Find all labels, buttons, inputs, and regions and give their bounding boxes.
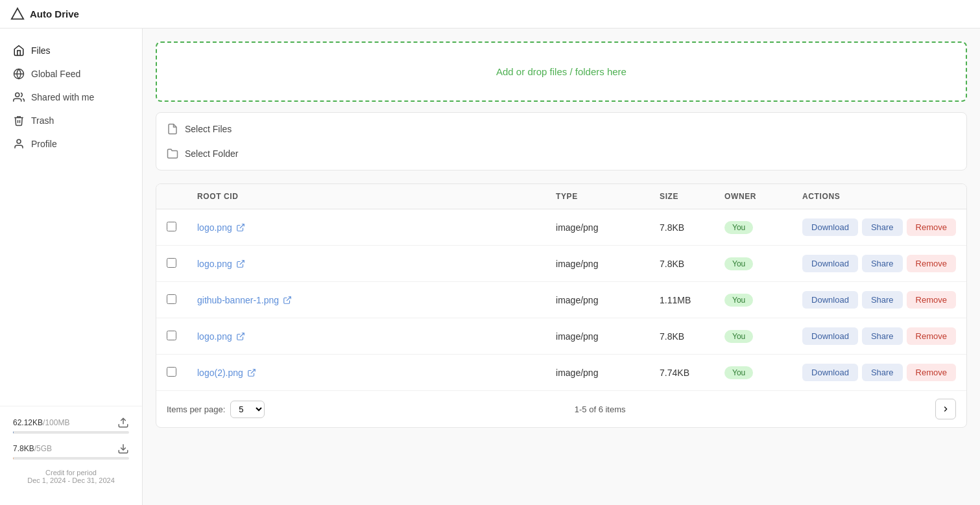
select-files-button[interactable]: Select Files xyxy=(167,118,956,140)
row-size-cell: 7.8KB xyxy=(649,209,714,246)
items-per-page-select[interactable]: 5 10 20 50 xyxy=(230,401,265,418)
auto-drive-logo-icon xyxy=(10,7,25,21)
share-button-3[interactable]: Share xyxy=(862,327,903,345)
bandwidth-storage-progress xyxy=(13,457,129,460)
svg-line-9 xyxy=(287,296,291,300)
file-type-3: image/png xyxy=(556,331,598,342)
download-button-3[interactable]: Download xyxy=(802,327,858,345)
file-type-0: image/png xyxy=(556,222,598,233)
row-checkbox-cell xyxy=(156,318,187,355)
sidebar-item-trash-label: Trash xyxy=(31,115,54,126)
sidebar-item-global-feed[interactable]: Global Feed xyxy=(0,62,142,86)
file-name-1: logo.png xyxy=(197,259,232,269)
row-owner-cell: You xyxy=(714,209,792,246)
external-link-icon xyxy=(236,332,245,341)
file-name-2: github-banner-1.png xyxy=(197,295,279,305)
remove-button-2[interactable]: Remove xyxy=(907,291,956,309)
row-actions-cell: Download Share Remove xyxy=(792,318,966,355)
table-row: logo(2).png image/png 7.74KB You xyxy=(156,355,966,391)
file-link-3[interactable]: logo.png xyxy=(197,331,245,342)
row-checkbox-cell xyxy=(156,209,187,246)
select-files-label: Select Files xyxy=(185,124,232,134)
credit-period: Credit for period Dec 1, 2024 - Dec 31, … xyxy=(13,469,129,484)
svg-line-11 xyxy=(251,369,255,373)
svg-line-7 xyxy=(240,224,244,228)
actions-group-1: Download Share Remove xyxy=(802,255,956,272)
sidebar-item-profile[interactable]: Profile xyxy=(0,132,142,156)
row-checkbox-2[interactable] xyxy=(167,294,176,304)
remove-button-0[interactable]: Remove xyxy=(907,218,956,236)
file-link-4[interactable]: logo(2).png xyxy=(197,368,256,378)
sidebar-item-files[interactable]: Files xyxy=(0,39,142,62)
share-button-0[interactable]: Share xyxy=(862,218,903,236)
pagination-next-button[interactable] xyxy=(935,399,956,419)
items-per-page-control: Items per page: 5 10 20 50 xyxy=(167,401,265,418)
row-filename-cell: logo(2).png xyxy=(187,355,545,391)
folder-icon xyxy=(167,148,178,159)
external-link-icon xyxy=(247,368,256,377)
share-button-4[interactable]: Share xyxy=(862,364,903,381)
row-checkbox-3[interactable] xyxy=(167,331,176,340)
external-link-icon xyxy=(283,296,292,305)
globe-icon xyxy=(13,68,25,80)
file-link-1[interactable]: logo.png xyxy=(197,259,245,269)
sidebar-item-shared-with-me[interactable]: Shared with me xyxy=(0,86,142,109)
row-checkbox-1[interactable] xyxy=(167,258,176,268)
table-row: logo.png image/png 7.8KB You Do xyxy=(156,246,966,282)
svg-point-3 xyxy=(16,93,19,97)
sidebar-item-profile-label: Profile xyxy=(31,139,57,149)
col-header-type: TYPE xyxy=(545,184,649,209)
actions-group-3: Download Share Remove xyxy=(802,327,956,345)
share-button-2[interactable]: Share xyxy=(862,291,903,309)
owner-badge-0: You xyxy=(724,221,753,234)
svg-line-10 xyxy=(240,333,244,336)
table-row: logo.png image/png 7.8KB You Do xyxy=(156,209,966,246)
row-size-cell: 1.11MB xyxy=(649,282,714,318)
file-selectors-panel: Select Files Select Folder xyxy=(156,112,967,170)
download-button-1[interactable]: Download xyxy=(802,255,858,272)
select-folder-button[interactable]: Select Folder xyxy=(167,143,956,165)
col-header-size: SIZE xyxy=(649,184,714,209)
row-filename-cell: logo.png xyxy=(187,246,545,282)
file-link-0[interactable]: logo.png xyxy=(197,222,245,233)
dropzone[interactable]: Add or drop files / folders here xyxy=(156,41,967,102)
file-size-4: 7.74KB xyxy=(660,368,689,378)
user-icon xyxy=(13,138,25,150)
trash-icon xyxy=(13,115,25,126)
row-checkbox-0[interactable] xyxy=(167,222,176,231)
files-upload-icon[interactable] xyxy=(117,417,129,429)
row-checkbox-cell xyxy=(156,355,187,391)
owner-badge-2: You xyxy=(724,294,753,307)
pagination-summary: 1-5 of 6 items xyxy=(575,405,626,414)
sidebar-storage: 62.12KB/100MB 7.8KB/5GB xyxy=(0,406,142,495)
row-actions-cell: Download Share Remove xyxy=(792,209,966,246)
download-button-2[interactable]: Download xyxy=(802,291,858,309)
download-button-4[interactable]: Download xyxy=(802,364,858,381)
row-type-cell: image/png xyxy=(545,246,649,282)
bandwidth-download-icon[interactable] xyxy=(117,443,129,454)
file-size-0: 7.8KB xyxy=(660,222,684,233)
svg-marker-0 xyxy=(12,8,23,19)
actions-group-4: Download Share Remove xyxy=(802,364,956,381)
table-header: ROOT CID TYPE SIZE OWNER ACTIONS xyxy=(156,184,966,209)
files-storage-progress xyxy=(13,431,129,434)
download-button-0[interactable]: Download xyxy=(802,218,858,236)
select-folder-label: Select Folder xyxy=(185,148,238,159)
remove-button-4[interactable]: Remove xyxy=(907,364,956,381)
table-row: logo.png image/png 7.8KB You Do xyxy=(156,318,966,355)
row-type-cell: image/png xyxy=(545,209,649,246)
file-link-2[interactable]: github-banner-1.png xyxy=(197,295,292,305)
sidebar: Files Global Feed Shared with xyxy=(0,29,143,505)
sidebar-item-trash[interactable]: Trash xyxy=(0,109,142,132)
row-type-cell: image/png xyxy=(545,318,649,355)
files-storage-block: 62.12KB/100MB xyxy=(13,417,129,434)
remove-button-3[interactable]: Remove xyxy=(907,327,956,345)
row-checkbox-4[interactable] xyxy=(167,367,176,377)
col-header-root-cid: ROOT CID xyxy=(187,184,545,209)
file-type-4: image/png xyxy=(556,368,598,378)
files-table: ROOT CID TYPE SIZE OWNER ACTIONS logo.pn… xyxy=(156,184,966,390)
share-button-1[interactable]: Share xyxy=(862,255,903,272)
row-type-cell: image/png xyxy=(545,282,649,318)
row-owner-cell: You xyxy=(714,318,792,355)
remove-button-1[interactable]: Remove xyxy=(907,255,956,272)
